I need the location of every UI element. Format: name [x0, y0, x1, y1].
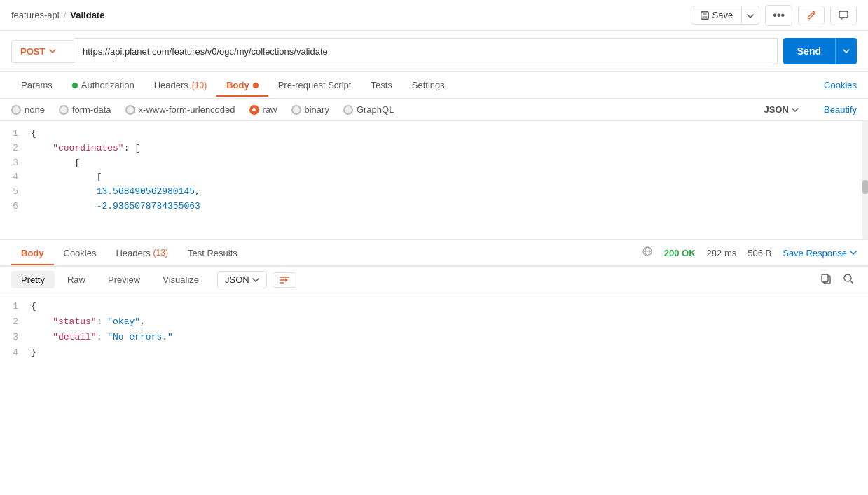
url-input[interactable]	[74, 38, 778, 64]
resp-tab-headers[interactable]: Headers (13)	[106, 242, 177, 264]
more-options-button[interactable]: •••	[765, 5, 792, 26]
response-options-bar: Pretty Raw Preview Visualize JSON	[0, 267, 868, 293]
svg-rect-1	[703, 11, 706, 14]
body-type-urlencoded[interactable]: x-www-form-urlencoded	[125, 104, 235, 115]
search-icon	[843, 273, 854, 284]
response-tabs-bar: Body Cookies Headers (13) Test Results 2…	[0, 240, 868, 267]
response-status-area: 200 OK 282 ms 506 B Save Response	[642, 246, 857, 260]
resp-search-button[interactable]	[840, 272, 857, 288]
resp-view-raw[interactable]: Raw	[57, 271, 95, 288]
body-type-raw[interactable]: raw	[249, 104, 277, 115]
scrollbar-thumb	[862, 180, 868, 194]
top-actions: Save •••	[691, 5, 857, 26]
editor-scrollbar[interactable]	[862, 121, 868, 239]
svg-rect-3	[839, 11, 848, 18]
resp-view-visualize[interactable]: Visualize	[153, 271, 209, 288]
body-type-none[interactable]: none	[11, 104, 45, 115]
globe-icon	[642, 246, 653, 260]
breadcrumb-current: Validate	[70, 10, 104, 20]
save-dropdown-button[interactable]	[742, 6, 759, 25]
body-type-graphql[interactable]: GraphQL	[343, 104, 394, 115]
comment-icon-button[interactable]	[830, 6, 857, 25]
method-label: POST	[20, 46, 45, 57]
request-body-editor[interactable]: 1 2 3 4 5 6 { "coordinates": [ [ [ 13.56…	[0, 121, 868, 240]
save-response-chevron-icon	[850, 251, 857, 255]
copy-icon	[820, 273, 832, 284]
json-format-selector[interactable]: JSON	[764, 104, 799, 115]
send-button-group: Send	[783, 38, 857, 64]
resp-json-selector[interactable]: JSON	[217, 271, 267, 288]
tab-tests[interactable]: Tests	[361, 74, 401, 96]
breadcrumb-separator: /	[64, 10, 67, 20]
svg-rect-11	[822, 274, 828, 282]
wrap-icon	[279, 276, 290, 284]
resp-wrap-button[interactable]	[273, 272, 296, 288]
response-code-content: { "status": "okay", "detail": "No errors…	[25, 299, 868, 361]
body-type-form-data[interactable]: form-data	[59, 104, 111, 115]
method-chevron-icon	[49, 49, 56, 53]
edit-icon-button[interactable]	[798, 6, 825, 25]
send-chevron-icon	[843, 49, 850, 53]
send-dropdown-button[interactable]	[835, 38, 857, 64]
save-response-link[interactable]: Save Response	[783, 248, 857, 258]
resp-json-chevron-icon	[252, 278, 259, 282]
edit-icon	[806, 10, 817, 21]
body-dot	[253, 83, 259, 88]
breadcrumb-parent[interactable]: features-api	[11, 10, 60, 20]
method-selector[interactable]: POST	[11, 40, 74, 63]
tab-settings[interactable]: Settings	[402, 74, 455, 96]
save-button-group: Save	[691, 6, 760, 25]
beautify-link[interactable]: Beautify	[824, 104, 857, 115]
body-type-row: none form-data x-www-form-urlencoded raw…	[0, 99, 868, 121]
breadcrumb: features-api / Validate	[11, 10, 691, 20]
cookies-link[interactable]: Cookies	[824, 80, 857, 90]
resp-tab-cookies[interactable]: Cookies	[54, 242, 106, 264]
response-line-numbers: 1 2 3 4	[0, 299, 25, 361]
tab-pre-request[interactable]: Pre-request Script	[268, 74, 361, 96]
resp-tab-body[interactable]: Body	[11, 242, 54, 264]
resp-copy-button[interactable]	[818, 272, 834, 288]
resp-view-preview[interactable]: Preview	[98, 271, 150, 288]
tab-authorization[interactable]: Authorization	[62, 74, 144, 96]
response-body-area: 1 2 3 4 { "status": "okay", "detail": "N…	[0, 293, 868, 366]
top-bar: features-api / Validate Save •••	[0, 0, 868, 31]
svg-rect-2	[702, 15, 707, 18]
resp-view-pretty[interactable]: Pretty	[11, 271, 55, 288]
save-button[interactable]: Save	[691, 6, 743, 25]
response-size: 506 B	[748, 248, 771, 258]
request-code-content[interactable]: { "coordinates": [ [ [ 13.56849056298014…	[25, 121, 862, 239]
request-tabs: Params Authorization Headers (10) Body P…	[0, 72, 868, 99]
body-type-binary[interactable]: binary	[291, 104, 329, 115]
comment-icon	[838, 10, 849, 21]
resp-tab-test-results[interactable]: Test Results	[178, 242, 247, 264]
chevron-down-icon	[747, 14, 754, 18]
response-status: 200 OK	[664, 248, 696, 258]
tab-body[interactable]: Body	[216, 74, 268, 96]
resp-right-icons	[818, 272, 857, 288]
request-line-numbers: 1 2 3 4 5 6	[0, 121, 25, 239]
json-chevron-icon	[792, 108, 799, 112]
url-bar: POST Send	[0, 31, 868, 72]
svg-line-13	[850, 281, 853, 283]
tab-headers[interactable]: Headers (10)	[144, 74, 216, 96]
response-time: 282 ms	[707, 248, 737, 258]
tab-params[interactable]: Params	[11, 74, 62, 96]
send-button[interactable]: Send	[783, 38, 835, 64]
authorization-dot	[72, 83, 78, 88]
save-icon	[700, 11, 710, 20]
